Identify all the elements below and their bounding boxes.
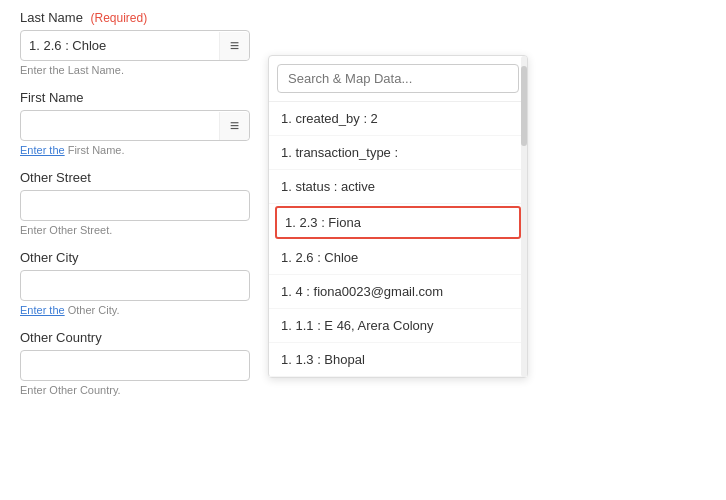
main-container: Last Name (Required) ≡ Enter the Last Na… xyxy=(0,0,726,500)
other-country-group: Other Country Enter Other Country. xyxy=(20,330,250,396)
dropdown-item[interactable]: 1. 2.6 : Chloe xyxy=(269,241,527,275)
other-country-label: Other Country xyxy=(20,330,250,345)
other-city-hint: Enter the Other City. xyxy=(20,304,250,316)
other-city-input[interactable] xyxy=(20,270,250,301)
last-name-required: (Required) xyxy=(91,11,148,25)
scrollbar-thumb[interactable] xyxy=(521,66,527,146)
last-name-label-text: Last Name xyxy=(20,10,83,25)
first-name-hint: Enter the First Name. xyxy=(20,144,250,156)
search-box xyxy=(269,56,527,102)
dropdown-item[interactable]: 1. status : active xyxy=(269,170,527,204)
last-name-hint-text: Enter the Last Name. xyxy=(20,64,124,76)
other-country-input[interactable] xyxy=(20,350,250,381)
dropdown-item[interactable]: 1. 1.1 : E 46, Arera Colony xyxy=(269,309,527,343)
search-input[interactable] xyxy=(277,64,519,93)
other-street-input[interactable] xyxy=(20,190,250,221)
dropdown-list: 1. created_by : 21. transaction_type :1.… xyxy=(269,102,527,377)
first-name-input-row: ≡ xyxy=(20,110,250,141)
dropdown-item[interactable]: 1. created_by : 2 xyxy=(269,102,527,136)
first-name-input[interactable] xyxy=(21,111,219,140)
last-name-input[interactable] xyxy=(21,31,219,60)
other-street-hint-text: Enter Other Street. xyxy=(20,224,112,236)
other-country-hint: Enter Other Country. xyxy=(20,384,250,396)
last-name-input-row: ≡ xyxy=(20,30,250,61)
first-name-group: First Name ≡ Enter the First Name. xyxy=(20,90,250,156)
last-name-label: Last Name (Required) xyxy=(20,10,250,25)
dropdown-item[interactable]: 1. transaction_type : xyxy=(269,136,527,170)
other-street-label: Other Street xyxy=(20,170,250,185)
last-name-menu-button[interactable]: ≡ xyxy=(219,32,249,60)
dropdown-item[interactable]: 1. 2.3 : Fiona xyxy=(275,206,521,239)
other-country-hint-text: Enter Other Country. xyxy=(20,384,121,396)
dropdown-item[interactable]: 1. 4 : fiona0023@gmail.com xyxy=(269,275,527,309)
form-panel: Last Name (Required) ≡ Enter the Last Na… xyxy=(0,0,270,500)
last-name-hint: Enter the Last Name. xyxy=(20,64,250,76)
last-name-group: Last Name (Required) ≡ Enter the Last Na… xyxy=(20,10,250,76)
first-name-label: First Name xyxy=(20,90,250,105)
other-city-group: Other City Enter the Other City. xyxy=(20,250,250,316)
first-name-menu-button[interactable]: ≡ xyxy=(219,112,249,140)
dropdown-item[interactable]: 1. 1.3 : Bhopal xyxy=(269,343,527,377)
scrollbar-track[interactable] xyxy=(521,56,527,377)
other-street-group: Other Street Enter Other Street. xyxy=(20,170,250,236)
dropdown-panel: 1. created_by : 21. transaction_type :1.… xyxy=(268,55,528,378)
other-street-hint: Enter Other Street. xyxy=(20,224,250,236)
other-city-label: Other City xyxy=(20,250,250,265)
